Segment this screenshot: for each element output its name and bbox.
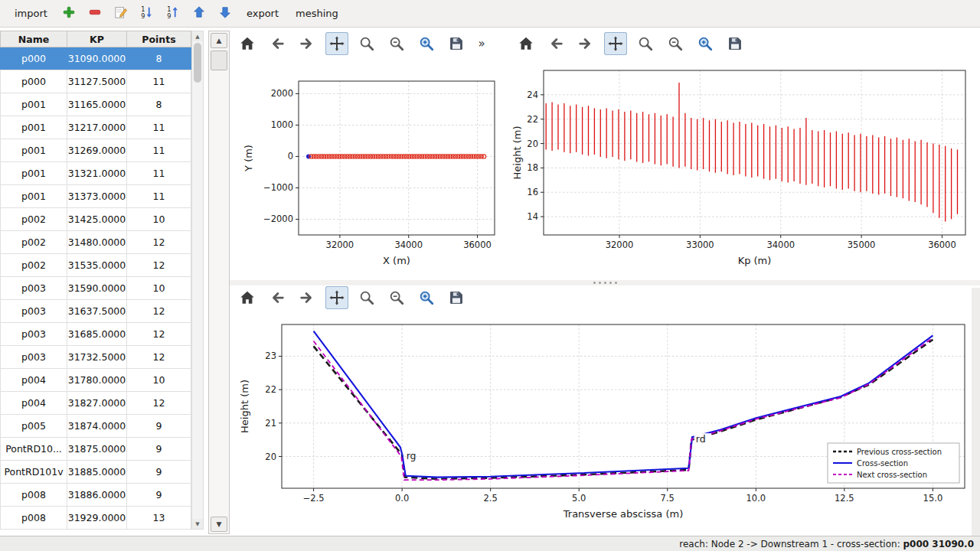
zoom-rect-icon — [418, 35, 435, 52]
cell-points: 10 — [127, 369, 191, 391]
cell-kp: 31269.0000 — [67, 139, 127, 161]
table-row[interactable]: p00031127.500011 — [0, 70, 191, 93]
column-header-kp[interactable]: KP — [67, 31, 127, 47]
pan-button[interactable] — [325, 32, 348, 55]
cell-kp: 31425.0000 — [67, 208, 127, 230]
table-row[interactable]: p00331732.500012 — [0, 346, 191, 369]
table-row[interactable]: PontRD101v31885.00009 — [0, 461, 191, 484]
table-row[interactable]: p00131165.00008 — [0, 93, 191, 116]
zoom-rect-button[interactable] — [694, 32, 717, 55]
save-button[interactable] — [445, 286, 468, 309]
table-row[interactable]: p00131373.000011 — [0, 185, 191, 208]
table-row[interactable]: p00131269.000011 — [0, 139, 191, 162]
splitter-handle[interactable] — [230, 280, 980, 285]
table-row[interactable]: p00431827.000012 — [0, 392, 191, 415]
forward-button[interactable] — [296, 32, 318, 55]
cell-kp: 31885.0000 — [67, 461, 127, 483]
back-icon — [269, 289, 286, 306]
home-button[interactable] — [236, 286, 259, 309]
zoom-out-button[interactable] — [664, 32, 687, 55]
pan-button[interactable] — [325, 286, 348, 309]
table-row[interactable]: p00531874.00009 — [0, 415, 191, 438]
cell-points: 8 — [127, 93, 191, 116]
cell-name: p008 — [0, 484, 67, 506]
svg-text:0.0: 0.0 — [395, 493, 409, 504]
table-row[interactable]: p00431780.000010 — [0, 369, 191, 392]
cell-name: p003 — [0, 323, 67, 345]
forward-button[interactable] — [296, 286, 318, 309]
cell-name: p001 — [0, 139, 67, 161]
panel-scroll-down-icon[interactable]: ▼ — [211, 517, 227, 532]
svg-text:22: 22 — [527, 114, 538, 125]
toolbar-overflow-button[interactable]: » — [475, 32, 488, 55]
back-button[interactable] — [266, 286, 289, 309]
cell-name: p004 — [0, 369, 67, 391]
cell-name: p001 — [0, 93, 67, 116]
cell-name: p001 — [0, 162, 67, 184]
panel-scroll-up-icon[interactable]: ▲ — [211, 33, 227, 48]
table-header: Name KP Points — [0, 31, 191, 47]
plan-view-plot[interactable]: 320003400036000−2000−1000010002000X (m)Y… — [234, 61, 505, 279]
svg-text:12.5: 12.5 — [835, 493, 854, 504]
home-icon — [518, 35, 534, 52]
cell-points: 13 — [127, 507, 191, 529]
pan-icon — [328, 35, 345, 52]
table-row[interactable]: p00031090.00008 — [0, 47, 191, 70]
save-button[interactable] — [724, 32, 746, 55]
scroll-up-icon[interactable]: ▲ — [192, 31, 203, 41]
table-row[interactable]: p00231480.000012 — [0, 231, 191, 254]
table-row[interactable]: p00231425.000010 — [0, 208, 191, 231]
sort-descending-button[interactable]: 19 — [162, 2, 185, 25]
table-scrollbar-thumb[interactable] — [194, 43, 201, 83]
remove-cross-section-button[interactable] — [83, 2, 106, 25]
move-down-button[interactable] — [214, 2, 237, 25]
move-up-button[interactable] — [188, 2, 211, 25]
table-row[interactable]: p00331590.000010 — [0, 277, 191, 300]
cell-kp: 31886.0000 — [67, 484, 127, 506]
panel-scrollbar[interactable]: ▲ ▼ — [208, 31, 230, 534]
cross-section-plot[interactable]: −2.50.02.55.07.510.012.515.020212223rgrd… — [230, 312, 971, 534]
table-row[interactable]: p00331637.500012 — [0, 300, 191, 323]
svg-text:5.0: 5.0 — [572, 493, 586, 504]
save-button[interactable] — [445, 32, 468, 55]
table-row[interactable]: p00131321.000011 — [0, 162, 191, 185]
panel-scrollbar-thumb[interactable] — [211, 51, 227, 70]
back-button[interactable] — [544, 32, 567, 55]
home-button[interactable] — [236, 32, 259, 55]
sort-descending-icon: 19 — [166, 5, 180, 21]
table-row[interactable]: p00831886.00009 — [0, 484, 191, 507]
longitudinal-profile-plot[interactable]: 3200033000340003500036000141618202224Kp … — [509, 61, 978, 279]
zoom-rect-button[interactable] — [415, 32, 438, 55]
svg-text:34000: 34000 — [394, 240, 423, 250]
svg-text:1000: 1000 — [271, 119, 293, 130]
table-row[interactable]: p00831929.000013 — [0, 507, 191, 530]
zoom-button[interactable] — [355, 32, 378, 55]
meshing-button[interactable]: meshing — [289, 3, 345, 24]
zoom-rect-button[interactable] — [415, 286, 438, 309]
home-button[interactable] — [514, 32, 537, 55]
import-button[interactable]: import — [8, 3, 54, 24]
table-row[interactable]: p00131217.000011 — [0, 116, 191, 139]
table-row[interactable]: p00231535.000012 — [0, 254, 191, 277]
column-header-points[interactable]: Points — [127, 31, 191, 47]
zoom-out-button[interactable] — [385, 32, 408, 55]
edit-button[interactable] — [109, 2, 132, 25]
zoom-button[interactable] — [355, 286, 378, 309]
column-header-name[interactable]: Name — [0, 31, 67, 47]
table-scrollbar[interactable]: ▲ ▼ — [191, 31, 204, 530]
table-row[interactable]: p00331685.000012 — [0, 323, 191, 346]
scroll-down-icon[interactable]: ▼ — [192, 519, 203, 529]
add-cross-section-button[interactable] — [57, 2, 80, 25]
table-row[interactable]: PontRD10...31875.00009 — [0, 438, 191, 461]
right-gutter — [972, 288, 980, 536]
export-button[interactable]: export — [240, 3, 286, 24]
cell-kp: 31875.0000 — [67, 438, 127, 460]
zoom-button[interactable] — [634, 32, 657, 55]
forward-button[interactable] — [574, 32, 597, 55]
svg-text:34000: 34000 — [766, 240, 795, 250]
zoom-out-button[interactable] — [385, 286, 408, 309]
pan-button[interactable] — [604, 32, 627, 55]
cross-section-table-body: p00031090.00008p00031127.500011p00131165… — [0, 47, 191, 530]
back-button[interactable] — [266, 32, 289, 55]
sort-ascending-button[interactable]: 19 — [136, 2, 158, 25]
